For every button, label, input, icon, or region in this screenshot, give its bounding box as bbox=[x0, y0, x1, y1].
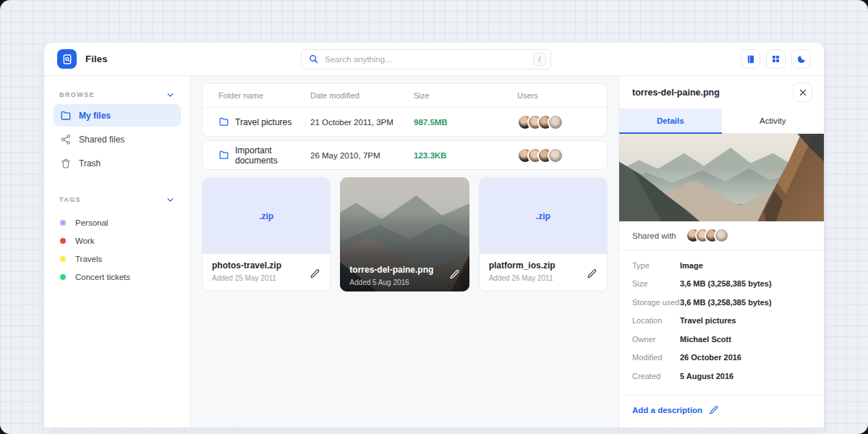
edit-pencil-icon bbox=[709, 405, 719, 415]
file-added-date: Added 26 May 2011 bbox=[489, 274, 597, 282]
folder-size: 123.3KB bbox=[414, 151, 517, 160]
table-row[interactable]: Important documents 26 May 2010, 7PM 123… bbox=[203, 141, 607, 169]
tab-details[interactable]: Details bbox=[619, 109, 722, 134]
file-cards: .zip photos-travel.zip Added 25 May 2011 bbox=[202, 177, 608, 292]
tag-item-personal[interactable]: Personal bbox=[54, 213, 181, 231]
detail-label: Size bbox=[632, 279, 680, 288]
avatar bbox=[548, 148, 563, 163]
file-name: photos-travel.zip bbox=[212, 260, 320, 271]
search-bar: / bbox=[301, 49, 551, 69]
zip-thumbnail: .zip bbox=[203, 178, 330, 254]
search-shortcut-key: / bbox=[533, 53, 546, 66]
table-row[interactable]: Travel pictures 21 October 2011, 3PM 987… bbox=[203, 108, 607, 136]
sidebar: BROWSE My files bbox=[44, 76, 191, 427]
top-bar: Files / bbox=[44, 43, 824, 76]
column-date-modified: Date modified bbox=[310, 91, 414, 100]
date-modified: 26 May 2010, 7PM bbox=[310, 151, 414, 160]
file-added-date: Added 25 May 2011 bbox=[212, 274, 320, 282]
grid-view-button[interactable] bbox=[766, 49, 786, 69]
date-modified: 21 October 2011, 3PM bbox=[310, 118, 414, 127]
detail-label: Created bbox=[632, 372, 680, 380]
detail-row-type: Type Image bbox=[632, 256, 811, 275]
file-name: torres-del-paine.png bbox=[349, 265, 459, 275]
detail-value: 3,6 MB (3,258,385 bytes) bbox=[680, 298, 772, 307]
file-card-photos-travel-zip[interactable]: .zip photos-travel.zip Added 25 May 2011 bbox=[202, 177, 331, 292]
avatar bbox=[714, 228, 729, 243]
browse-section-header[interactable]: BROWSE bbox=[54, 87, 181, 103]
book-icon bbox=[746, 54, 756, 64]
mountain-photo-preview bbox=[619, 134, 824, 221]
topbar-actions bbox=[741, 49, 811, 69]
edit-pencil-icon[interactable] bbox=[587, 268, 597, 279]
desktop-background: Files / bbox=[0, 0, 868, 434]
sidebar-item-my-files[interactable]: My files bbox=[54, 104, 181, 127]
sidebar-item-label: Shared files bbox=[79, 135, 124, 145]
edit-pencil-icon[interactable] bbox=[310, 268, 320, 279]
app-logo[interactable] bbox=[57, 49, 77, 69]
share-icon bbox=[60, 134, 72, 145]
close-icon bbox=[799, 88, 807, 97]
detail-value: Travel pictures bbox=[680, 316, 736, 325]
detail-label: Owner bbox=[632, 335, 680, 344]
tag-color-dot bbox=[60, 274, 66, 280]
table-header: Folder name Date modified Size Users bbox=[203, 84, 607, 108]
sidebar-item-shared-files[interactable]: Shared files bbox=[54, 128, 181, 150]
tag-color-dot bbox=[60, 238, 66, 244]
column-users: Users bbox=[517, 91, 591, 100]
chevron-down-icon[interactable] bbox=[166, 195, 175, 205]
detail-value: Michael Scott bbox=[680, 335, 731, 344]
detail-label: Modified bbox=[632, 353, 680, 362]
close-panel-button[interactable] bbox=[793, 82, 812, 102]
dark-mode-toggle[interactable] bbox=[791, 49, 811, 69]
tab-activity[interactable]: Activity bbox=[722, 109, 825, 134]
tag-item-travels[interactable]: Travels bbox=[54, 250, 181, 268]
browse-label: BROWSE bbox=[59, 91, 95, 98]
file-search-icon bbox=[61, 54, 73, 65]
detail-value: 5 August 2016 bbox=[680, 372, 733, 380]
users-avatars bbox=[517, 148, 591, 163]
app-title: Files bbox=[85, 54, 108, 64]
tag-color-dot bbox=[60, 220, 66, 226]
tag-label: Work bbox=[75, 237, 95, 245]
search-input[interactable] bbox=[301, 49, 551, 69]
add-description-link[interactable]: Add a description bbox=[619, 396, 824, 425]
users-avatars bbox=[517, 114, 591, 130]
folder-name: Travel pictures bbox=[235, 117, 292, 127]
file-details-list: Type Image Size 3,6 MB (3,258,385 bytes)… bbox=[619, 250, 824, 396]
detail-row-owner: Owner Michael Scott bbox=[632, 330, 811, 349]
folders-table: Folder name Date modified Size Users Tra… bbox=[202, 83, 608, 137]
tag-label: Personal bbox=[75, 218, 108, 227]
file-card-torres-del-paine-png[interactable]: torres-del-paine.png Added 5 Aug 2016 bbox=[340, 177, 469, 292]
tag-item-work[interactable]: Work bbox=[54, 231, 181, 250]
search-icon bbox=[308, 54, 319, 64]
add-description-label: Add a description bbox=[632, 406, 702, 414]
edit-pencil-icon[interactable] bbox=[449, 269, 460, 280]
detail-value: 26 October 2016 bbox=[680, 353, 741, 362]
folder-name: Important documents bbox=[235, 145, 310, 166]
detail-value: 3,6 MB (3,258,385 bytes) bbox=[680, 279, 772, 288]
detail-row-modified: Modified 26 October 2016 bbox=[632, 349, 811, 367]
tags-label: TAGS bbox=[59, 196, 81, 203]
tag-label: Travels bbox=[75, 255, 102, 263]
tag-item-concert-tickets[interactable]: Concert tickets bbox=[54, 268, 181, 286]
zip-badge: .zip bbox=[536, 211, 550, 221]
file-added-date: Added 5 Aug 2016 bbox=[349, 278, 459, 286]
file-preview-image[interactable] bbox=[619, 134, 824, 221]
panel-tabs: Details Activity bbox=[619, 109, 824, 134]
moon-icon bbox=[796, 54, 807, 64]
column-folder-name: Folder name bbox=[218, 91, 310, 100]
detail-label: Storage used bbox=[632, 298, 680, 307]
shared-avatars[interactable] bbox=[686, 228, 729, 243]
folder-icon bbox=[218, 150, 229, 161]
detail-label: Location bbox=[632, 316, 680, 325]
chevron-down-icon[interactable] bbox=[166, 90, 175, 100]
detail-row-storage-used: Storage used 3,6 MB (3,258,385 bytes) bbox=[632, 293, 811, 312]
trash-icon bbox=[60, 158, 72, 169]
bookmarks-button[interactable] bbox=[741, 49, 760, 69]
tags-section-header[interactable]: TAGS bbox=[54, 192, 181, 208]
sidebar-item-label: Trash bbox=[79, 158, 101, 169]
detail-row-size: Size 3,6 MB (3,258,385 bytes) bbox=[632, 275, 811, 294]
folder-size: 987.5MB bbox=[414, 118, 517, 127]
file-card-platform-ios-zip[interactable]: .zip platform_ios.zip Added 26 May 2011 bbox=[479, 177, 608, 292]
sidebar-item-trash[interactable]: Trash bbox=[54, 152, 181, 174]
